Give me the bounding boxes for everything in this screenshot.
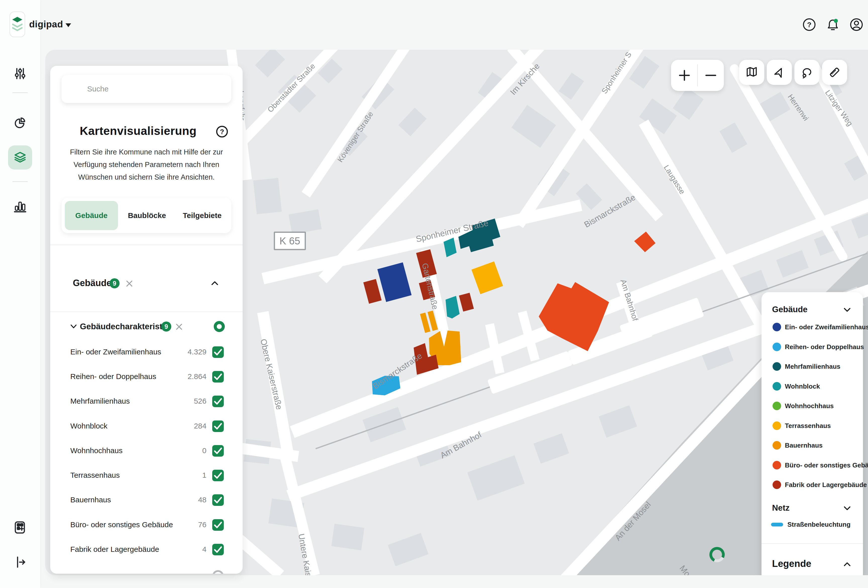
filter-item-checkbox[interactable] bbox=[212, 544, 224, 555]
statistics-bars-icon[interactable] bbox=[13, 200, 27, 213]
analytics-pie-icon[interactable] bbox=[13, 117, 27, 130]
chevron-down-icon[interactable] bbox=[70, 324, 77, 329]
building-polygon-fabrik bbox=[363, 279, 381, 304]
panel-description: Filtern Sie ihre Kommune nach mit Hilfe … bbox=[65, 146, 228, 183]
chevron-up-icon[interactable] bbox=[843, 561, 851, 567]
filter-item-count: 2.864 bbox=[146, 372, 207, 381]
legend-item-label: Reihen- oder Doppelhaus bbox=[785, 343, 864, 351]
legend-swatch bbox=[772, 461, 781, 470]
legend-item-label: Wohnhochhaus bbox=[785, 402, 834, 410]
legend-swatch bbox=[772, 343, 781, 351]
filter-item-label: Bauernhaus bbox=[70, 496, 111, 504]
filter-item-checkbox[interactable] bbox=[212, 346, 224, 358]
legend-item-label: Ein- oder Zweifamilienhaus bbox=[785, 323, 868, 331]
tab-gebaeude[interactable]: Gebäude bbox=[65, 201, 118, 230]
subgroup-badge: 9 bbox=[161, 322, 171, 332]
filter-item-label: Reihen- oder Doppelhaus bbox=[70, 372, 156, 381]
chevron-down-icon[interactable] bbox=[843, 505, 851, 511]
legend-item-label: Bauernhaus bbox=[785, 442, 822, 449]
brand-menu[interactable]: digipad bbox=[29, 19, 71, 30]
legend-item-label: Mehrfamilienhaus bbox=[785, 363, 840, 371]
apps-grid-icon[interactable] bbox=[13, 521, 27, 534]
lasso-icon bbox=[801, 66, 813, 78]
subgroup-visibility-toggle[interactable] bbox=[214, 321, 225, 332]
lasso-button[interactable] bbox=[794, 60, 819, 85]
building-polygon-buero bbox=[634, 232, 655, 252]
legend-footer-title: Legende bbox=[772, 558, 811, 569]
legend-item-label: Terrassenhaus bbox=[785, 422, 831, 430]
legend-swatch bbox=[772, 441, 781, 450]
legend-item-label: Büro- oder sonstiges Gebäude bbox=[785, 461, 868, 469]
close-icon[interactable] bbox=[125, 280, 133, 287]
road-badge-k65: K 65 bbox=[274, 232, 306, 250]
help-icon[interactable]: ? bbox=[216, 125, 229, 138]
loading-spinner bbox=[709, 547, 725, 563]
locate-button[interactable] bbox=[767, 60, 792, 85]
zoom-out-button[interactable] bbox=[698, 60, 724, 91]
sidebar-item-map-layers[interactable] bbox=[8, 145, 32, 170]
filter-item-checkbox[interactable] bbox=[212, 421, 224, 432]
filters-icon[interactable] bbox=[13, 67, 27, 80]
filter-item-checkbox[interactable] bbox=[212, 445, 224, 457]
chevron-down-icon[interactable] bbox=[843, 307, 851, 313]
subgroup-title: Gebäudecharakteristik bbox=[80, 322, 169, 331]
minus-icon bbox=[705, 69, 717, 81]
filter-item-count: 76 bbox=[146, 520, 207, 529]
filter-group-title: Gebäude bbox=[73, 278, 112, 288]
building-polygon-einzwei bbox=[377, 263, 411, 302]
filter-item-count: 0 bbox=[146, 446, 207, 455]
sidebar-divider bbox=[13, 181, 28, 182]
legend-divider bbox=[762, 543, 863, 544]
filter-item-checkbox[interactable] bbox=[212, 494, 224, 506]
filter-item-count: 48 bbox=[146, 496, 207, 504]
filter-item-count: 4.329 bbox=[146, 348, 207, 356]
legend-group-title: Gebäude bbox=[772, 305, 807, 314]
filter-item-checkbox[interactable] bbox=[212, 519, 224, 531]
building-polygon-buero bbox=[539, 282, 609, 351]
filter-item-checkbox[interactable] bbox=[212, 470, 224, 481]
svg-text:?: ? bbox=[220, 128, 224, 136]
help-button[interactable]: ? bbox=[802, 18, 816, 31]
notifications-button[interactable] bbox=[826, 18, 840, 31]
building-polygon-wohnblock bbox=[444, 238, 457, 257]
exit-icon[interactable] bbox=[13, 555, 27, 569]
legend-panel: Gebäude Ein- oder Zweifamilienhaus Reihe… bbox=[762, 292, 863, 575]
layers-logo-icon bbox=[12, 16, 23, 33]
locate-arrow-icon bbox=[773, 66, 785, 78]
legend-swatch bbox=[772, 421, 781, 430]
ruler-icon bbox=[828, 66, 841, 78]
tab-bar: Gebäude Baublöcke Teilgebiete bbox=[62, 198, 231, 233]
chevron-down-icon bbox=[66, 24, 71, 27]
legend-group-title: Netz bbox=[772, 503, 790, 513]
legend-swatch bbox=[772, 362, 781, 371]
filter-item-label: Terrassenhaus bbox=[70, 471, 120, 480]
filter-item-checkbox[interactable] bbox=[212, 371, 224, 383]
filter-item-label: Mehrfamilienhaus bbox=[70, 397, 130, 405]
page-title: Kartenvisualisierung bbox=[50, 124, 226, 137]
tab-baubloecke[interactable]: Baublöcke bbox=[125, 198, 168, 233]
filter-item-checkbox[interactable] bbox=[212, 396, 224, 407]
legend-swatch bbox=[772, 402, 781, 410]
plus-icon bbox=[679, 69, 690, 81]
panel-divider bbox=[50, 312, 243, 312]
filter-item-count: 284 bbox=[146, 422, 207, 430]
zoom-control bbox=[671, 60, 724, 91]
sidebar-divider bbox=[13, 92, 28, 93]
sidebar bbox=[0, 0, 40, 588]
measure-button[interactable] bbox=[822, 60, 847, 85]
map-icon bbox=[746, 66, 758, 78]
close-icon[interactable] bbox=[175, 323, 183, 331]
search-input[interactable] bbox=[62, 75, 231, 103]
subgroup-visibility-toggle-partial[interactable] bbox=[212, 570, 224, 574]
building-polygon-terrassen bbox=[471, 261, 503, 294]
zoom-in-button[interactable] bbox=[671, 60, 697, 91]
filter-item-count: 4 bbox=[146, 545, 207, 554]
tab-teilgebiete[interactable]: Teilgebiete bbox=[177, 198, 227, 233]
app-logo[interactable] bbox=[10, 12, 25, 37]
filter-panel: Kartenvisualisierung ? Filtern Sie ihre … bbox=[50, 66, 243, 574]
basemap-button[interactable] bbox=[739, 60, 764, 85]
chevron-up-icon[interactable] bbox=[211, 280, 218, 286]
building-polygon-wohnblock bbox=[446, 296, 460, 319]
account-button[interactable] bbox=[850, 18, 863, 31]
legend-item-label: Straßenbeleuchtung bbox=[787, 521, 850, 529]
